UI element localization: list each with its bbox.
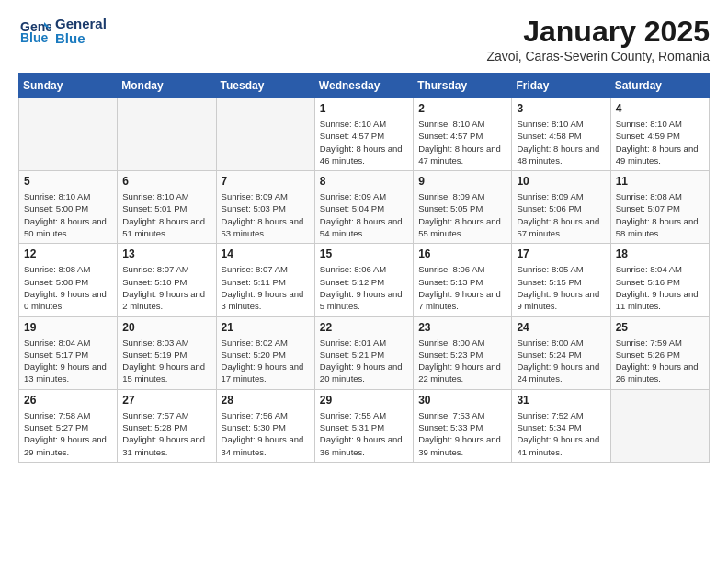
day-number: 4 <box>616 102 704 115</box>
calendar-week-2: 5Sunrise: 8:10 AM Sunset: 5:00 PM Daylig… <box>19 171 710 244</box>
calendar-cell: 9Sunrise: 8:09 AM Sunset: 5:05 PM Daylig… <box>414 171 512 244</box>
day-info: Sunrise: 7:55 AM Sunset: 5:31 PM Dayligh… <box>320 409 408 458</box>
day-info: Sunrise: 8:00 AM Sunset: 5:24 PM Dayligh… <box>517 337 605 385</box>
calendar-cell: 2Sunrise: 8:10 AM Sunset: 4:57 PM Daylig… <box>414 98 512 171</box>
day-info: Sunrise: 8:02 AM Sunset: 5:20 PM Dayligh… <box>222 337 310 385</box>
calendar-cell: 6Sunrise: 8:10 AM Sunset: 5:01 PM Daylig… <box>118 171 216 244</box>
calendar-cell: 29Sunrise: 7:55 AM Sunset: 5:31 PM Dayli… <box>314 389 413 462</box>
calendar-cell: 21Sunrise: 8:02 AM Sunset: 5:20 PM Dayli… <box>216 316 314 389</box>
day-info: Sunrise: 7:52 AM Sunset: 5:34 PM Dayligh… <box>517 409 605 458</box>
calendar-cell: 20Sunrise: 8:03 AM Sunset: 5:19 PM Dayli… <box>118 316 216 389</box>
day-info: Sunrise: 8:07 AM Sunset: 5:11 PM Dayligh… <box>222 263 310 312</box>
day-number: 10 <box>517 175 605 188</box>
day-info: Sunrise: 8:10 AM Sunset: 5:01 PM Dayligh… <box>122 190 210 239</box>
day-info: Sunrise: 8:00 AM Sunset: 5:23 PM Dayligh… <box>418 337 506 385</box>
day-number: 26 <box>24 394 112 407</box>
day-number: 29 <box>320 394 408 407</box>
day-info: Sunrise: 8:09 AM Sunset: 5:06 PM Dayligh… <box>517 190 605 239</box>
logo-icon: General Blue <box>18 15 51 48</box>
calendar-cell: 4Sunrise: 8:10 AM Sunset: 4:59 PM Daylig… <box>610 98 709 171</box>
calendar-cell: 12Sunrise: 8:08 AM Sunset: 5:08 PM Dayli… <box>19 244 118 316</box>
calendar-cell: 7Sunrise: 8:09 AM Sunset: 5:03 PM Daylig… <box>216 171 314 244</box>
day-info: Sunrise: 8:10 AM Sunset: 4:57 PM Dayligh… <box>320 118 408 167</box>
day-info: Sunrise: 8:09 AM Sunset: 5:05 PM Dayligh… <box>418 190 506 239</box>
day-info: Sunrise: 7:59 AM Sunset: 5:26 PM Dayligh… <box>616 337 704 385</box>
calendar-cell: 10Sunrise: 8:09 AM Sunset: 5:06 PM Dayli… <box>512 171 610 244</box>
calendar-cell <box>118 98 216 171</box>
day-number: 17 <box>517 247 605 260</box>
calendar-cell: 15Sunrise: 8:06 AM Sunset: 5:12 PM Dayli… <box>314 244 413 316</box>
calendar-cell <box>216 98 314 171</box>
calendar-header-tuesday: Tuesday <box>216 74 314 98</box>
day-info: Sunrise: 7:58 AM Sunset: 5:27 PM Dayligh… <box>24 409 112 458</box>
day-info: Sunrise: 8:06 AM Sunset: 5:13 PM Dayligh… <box>418 263 506 312</box>
calendar-cell: 11Sunrise: 8:08 AM Sunset: 5:07 PM Dayli… <box>610 171 709 244</box>
calendar-cell <box>19 98 118 171</box>
day-info: Sunrise: 8:08 AM Sunset: 5:07 PM Dayligh… <box>616 190 704 239</box>
day-number: 8 <box>320 175 408 188</box>
calendar-week-4: 19Sunrise: 8:04 AM Sunset: 5:17 PM Dayli… <box>19 316 710 389</box>
day-info: Sunrise: 8:09 AM Sunset: 5:03 PM Dayligh… <box>222 190 310 239</box>
calendar-header-row: SundayMondayTuesdayWednesdayThursdayFrid… <box>19 74 710 98</box>
logo-line1: General <box>55 17 107 32</box>
logo: General Blue General Blue <box>18 15 107 48</box>
calendar-week-5: 26Sunrise: 7:58 AM Sunset: 5:27 PM Dayli… <box>19 389 710 462</box>
calendar-cell: 27Sunrise: 7:57 AM Sunset: 5:28 PM Dayli… <box>118 389 216 462</box>
day-number: 25 <box>616 321 704 334</box>
calendar-cell: 23Sunrise: 8:00 AM Sunset: 5:23 PM Dayli… <box>414 316 512 389</box>
calendar-cell: 16Sunrise: 8:06 AM Sunset: 5:13 PM Dayli… <box>414 244 512 316</box>
calendar-header-monday: Monday <box>118 74 216 98</box>
calendar-header-thursday: Thursday <box>414 74 512 98</box>
day-info: Sunrise: 8:06 AM Sunset: 5:12 PM Dayligh… <box>320 263 408 312</box>
page: General Blue General Blue January 2025 Z… <box>0 0 728 477</box>
day-number: 21 <box>222 321 310 334</box>
day-info: Sunrise: 8:10 AM Sunset: 4:58 PM Dayligh… <box>517 118 605 167</box>
day-number: 20 <box>122 321 210 334</box>
day-info: Sunrise: 8:04 AM Sunset: 5:17 PM Dayligh… <box>24 337 112 385</box>
day-number: 12 <box>24 247 112 260</box>
day-number: 11 <box>616 175 704 188</box>
day-info: Sunrise: 8:04 AM Sunset: 5:16 PM Dayligh… <box>616 263 704 312</box>
logo-line2: Blue <box>55 31 107 47</box>
calendar-header-wednesday: Wednesday <box>314 74 413 98</box>
day-number: 16 <box>418 247 506 260</box>
day-info: Sunrise: 8:07 AM Sunset: 5:10 PM Dayligh… <box>122 263 210 312</box>
day-number: 1 <box>320 102 408 115</box>
day-info: Sunrise: 7:56 AM Sunset: 5:30 PM Dayligh… <box>222 409 310 458</box>
svg-text:Blue: Blue <box>20 30 49 45</box>
day-info: Sunrise: 8:08 AM Sunset: 5:08 PM Dayligh… <box>24 263 112 312</box>
calendar-cell: 8Sunrise: 8:09 AM Sunset: 5:04 PM Daylig… <box>314 171 413 244</box>
calendar-cell: 17Sunrise: 8:05 AM Sunset: 5:15 PM Dayli… <box>512 244 610 316</box>
day-info: Sunrise: 7:57 AM Sunset: 5:28 PM Dayligh… <box>122 409 210 458</box>
calendar-cell: 19Sunrise: 8:04 AM Sunset: 5:17 PM Dayli… <box>19 316 118 389</box>
calendar-cell <box>610 389 709 462</box>
day-number: 7 <box>222 175 310 188</box>
calendar-cell: 30Sunrise: 7:53 AM Sunset: 5:33 PM Dayli… <box>414 389 512 462</box>
day-number: 19 <box>24 321 112 334</box>
day-number: 14 <box>222 247 310 260</box>
day-number: 2 <box>418 102 506 115</box>
header: General Blue General Blue January 2025 Z… <box>18 15 710 63</box>
day-number: 6 <box>122 175 210 188</box>
calendar-cell: 28Sunrise: 7:56 AM Sunset: 5:30 PM Dayli… <box>216 389 314 462</box>
day-info: Sunrise: 7:53 AM Sunset: 5:33 PM Dayligh… <box>418 409 506 458</box>
day-number: 28 <box>222 394 310 407</box>
day-number: 3 <box>517 102 605 115</box>
day-number: 13 <box>122 247 210 260</box>
calendar-cell: 22Sunrise: 8:01 AM Sunset: 5:21 PM Dayli… <box>314 316 413 389</box>
calendar-cell: 31Sunrise: 7:52 AM Sunset: 5:34 PM Dayli… <box>512 389 610 462</box>
calendar-week-3: 12Sunrise: 8:08 AM Sunset: 5:08 PM Dayli… <box>19 244 710 316</box>
calendar-cell: 5Sunrise: 8:10 AM Sunset: 5:00 PM Daylig… <box>19 171 118 244</box>
day-info: Sunrise: 8:10 AM Sunset: 4:59 PM Dayligh… <box>616 118 704 167</box>
calendar-header-sunday: Sunday <box>19 74 118 98</box>
day-number: 9 <box>418 175 506 188</box>
day-number: 30 <box>418 394 506 407</box>
day-number: 23 <box>418 321 506 334</box>
day-info: Sunrise: 8:03 AM Sunset: 5:19 PM Dayligh… <box>122 337 210 385</box>
calendar-subtitle: Zavoi, Caras-Severin County, Romania <box>486 49 710 63</box>
calendar-cell: 18Sunrise: 8:04 AM Sunset: 5:16 PM Dayli… <box>610 244 709 316</box>
calendar-cell: 14Sunrise: 8:07 AM Sunset: 5:11 PM Dayli… <box>216 244 314 316</box>
calendar-cell: 24Sunrise: 8:00 AM Sunset: 5:24 PM Dayli… <box>512 316 610 389</box>
day-info: Sunrise: 8:10 AM Sunset: 4:57 PM Dayligh… <box>418 118 506 167</box>
day-info: Sunrise: 8:09 AM Sunset: 5:04 PM Dayligh… <box>320 190 408 239</box>
